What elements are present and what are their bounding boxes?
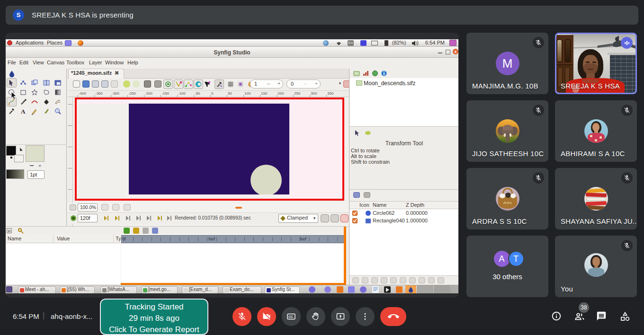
svg-text:CC: CC <box>288 315 293 318</box>
svg-text:A: A <box>21 108 26 115</box>
